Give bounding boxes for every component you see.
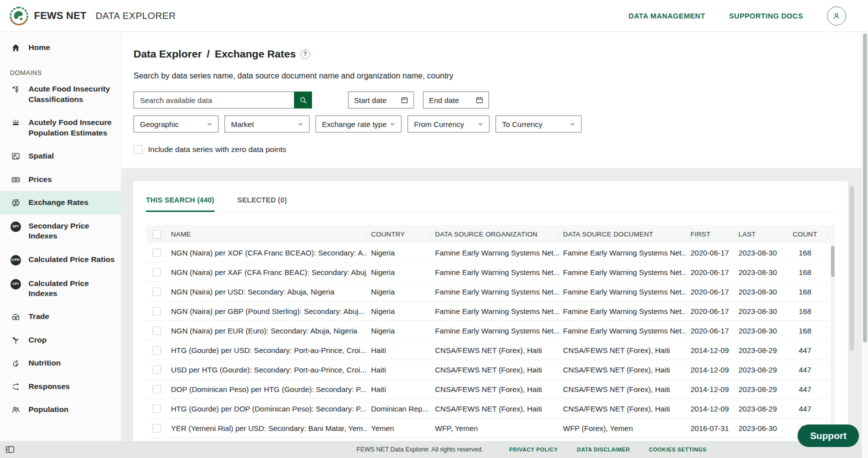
sidebar-collapse-button[interactable] [5, 444, 15, 454]
row-checkbox[interactable] [152, 366, 161, 374]
row-checkbox[interactable] [152, 346, 161, 354]
cell-org: WFP, Yemen [431, 424, 559, 432]
column-header-name[interactable]: NAME [167, 230, 367, 238]
cell-country: Nigeria [367, 307, 431, 316]
sidebar-item-trade[interactable]: Trade [0, 305, 121, 328]
breadcrumb-parent[interactable]: Data Explorer [134, 48, 202, 60]
sidebar-item-prices[interactable]: Prices [0, 168, 121, 191]
column-header-first[interactable]: FIRST [686, 230, 734, 238]
row-checkbox[interactable] [152, 326, 161, 335]
sidebar-item-label: Acutely Food Insecure Population Estimat… [28, 118, 115, 138]
cell-org: CNSA/FEWS NET (Forex), Haiti [431, 346, 559, 354]
cell-country: Nigeria [367, 288, 431, 296]
collapse-panel-icon [5, 444, 15, 454]
window-scrollbar-track [862, 32, 868, 458]
nav-link-supporting-docs[interactable]: SUPPORTING DOCS [729, 12, 803, 20]
sidebar-item-spatial[interactable]: Spatial [0, 144, 121, 168]
sidebar-item-acute-food-insecurity-classifications[interactable]: Acute Food Insecurity Classifications [0, 78, 121, 111]
row-checkbox[interactable] [152, 385, 161, 394]
sidebar-item-label: Spatial [28, 151, 54, 161]
cell-count: 168 [782, 268, 828, 276]
user-icon [832, 11, 842, 21]
sidebar: Home DOMAINS Acute Food Insecurity Class… [0, 32, 122, 441]
filter-dropdown-from-currency[interactable]: From Currency [408, 116, 490, 132]
cell-country: Haiti [367, 346, 431, 354]
row-checkbox[interactable] [152, 424, 161, 432]
pane-scrollbar-thumb[interactable] [850, 186, 854, 351]
tab-label: SELECTED (0) [238, 196, 287, 204]
tab-selected-0[interactable]: SELECTED (0) [238, 196, 287, 212]
search-input[interactable] [134, 92, 294, 108]
select-all-checkbox[interactable] [152, 230, 161, 238]
table-header-row: NAME COUNTRY DATA SOURCE ORGANIZATION DA… [146, 225, 835, 243]
cell-doc: Famine Early Warning Systems Net... [559, 326, 686, 335]
column-header-last[interactable]: LAST [734, 230, 782, 238]
start-date-input[interactable]: Start date [348, 92, 414, 108]
population-estimates-icon [10, 118, 21, 128]
sidebar-item-responses[interactable]: Responses [0, 375, 121, 398]
tab-this-search-440[interactable]: THIS SEARCH (440) [146, 196, 214, 212]
sidebar-item-crop[interactable]: Crop [0, 328, 121, 352]
cell-first: 2014-12-09 [686, 366, 734, 374]
table-scrollbar-thumb[interactable] [831, 246, 834, 277]
row-checkbox[interactable] [152, 288, 161, 296]
header-checkbox-cell [146, 230, 167, 238]
user-account-button[interactable] [827, 6, 846, 26]
row-checkbox[interactable] [152, 248, 161, 257]
search-button[interactable] [294, 92, 312, 108]
sidebar-item-secondary-price-indexes[interactable]: SPI Secondary Price Indexes [0, 214, 121, 248]
sidebar-item-label: Acute Food Insecurity Classifications [28, 84, 115, 104]
column-header-doc[interactable]: DATA SOURCE DOCUMENT [559, 230, 686, 238]
nav-link-data-management[interactable]: DATA MANAGEMENT [628, 12, 705, 20]
sidebar-item-calculated-price-indexes[interactable]: CPI Calculated Price Indexes [0, 272, 121, 306]
cell-name: NGN (Naira) per GBP (Pound Sterling): Se… [167, 307, 367, 316]
window-scrollbar-thumb[interactable] [863, 34, 867, 342]
support-button[interactable]: Support [798, 424, 859, 447]
table-row[interactable]: HTG (Gourde) per USD: Secondary: Port-au… [146, 340, 835, 360]
filter-dropdown-exchange-rate-type[interactable]: Exchange rate type [316, 116, 402, 132]
sidebar-item-acutely-food-insecure-population-estimates[interactable]: Acutely Food Insecure Population Estimat… [0, 111, 121, 144]
cell-country: Dominican Rep... [367, 404, 431, 413]
cell-last: 2023-06-30 [734, 424, 782, 432]
row-checkbox[interactable] [152, 404, 161, 413]
filter-dropdown-to-currency[interactable]: To Currency [496, 116, 582, 132]
cell-name: NGN (Naira) per USD: Secondary: Abuja, N… [167, 288, 367, 296]
filter-dropdown-market[interactable]: Market [224, 116, 310, 132]
row-checkbox[interactable] [152, 268, 161, 276]
column-header-country[interactable]: COUNTRY [367, 230, 431, 238]
sidebar-item-calculated-price-ratios[interactable]: CPR Calculated Price Ratios [0, 248, 121, 272]
sidebar-item-population[interactable]: Population [0, 398, 121, 421]
cpi-badge-icon: CPI [10, 279, 21, 290]
table-row[interactable]: NGN (Naira) per GBP (Pound Sterling): Se… [146, 302, 835, 321]
breadcrumb-separator: / [207, 48, 210, 60]
table-row[interactable]: NGN (Naira) per USD: Secondary: Abuja, N… [146, 282, 835, 302]
footer-link-privacy-policy[interactable]: PRIVACY POLICY [509, 446, 558, 452]
row-checkbox[interactable] [152, 307, 161, 316]
sidebar-item-exchange-rates[interactable]: Exchange Rates [0, 191, 121, 214]
table-scrollbar-track [830, 244, 835, 437]
filter-dropdown-label: Market [231, 120, 254, 128]
table-row[interactable]: DOP (Dominican Peso) per HTG (Gourde): S… [146, 380, 835, 399]
table-row[interactable]: YER (Yemeni Rial) per USD: Secondary: Ba… [146, 418, 835, 438]
table-row[interactable]: NGN (Naira) per XOF (CFA Franc BCEAO): S… [146, 243, 835, 262]
chevron-down-icon [297, 120, 304, 128]
sidebar-item-home[interactable]: Home [0, 36, 121, 59]
table-row[interactable]: NGN (Naira) per XAF (CFA Franc BEAC): Se… [146, 262, 835, 282]
zero-data-checkbox[interactable] [134, 145, 142, 154]
cell-first: 2020-06-17 [686, 326, 734, 335]
table-row[interactable]: USD per HTG (Gourde): Secondary: Port-au… [146, 360, 835, 380]
footer-link-data-disclaimer[interactable]: DATA DISCLAIMER [577, 446, 630, 452]
filter-dropdown-geographic[interactable]: Geographic [134, 116, 218, 132]
fews-net-logo[interactable]: FEWS NET DATA EXPLORER [9, 6, 176, 26]
table-row[interactable]: NGN (Naira) per EUR (Euro): Secondary: A… [146, 321, 835, 340]
column-header-org[interactable]: DATA SOURCE ORGANIZATION [431, 230, 559, 238]
help-icon[interactable]: ? [300, 50, 310, 59]
calendar-icon [476, 96, 484, 104]
footer-link-cookies-settings[interactable]: COOKIES SETTINGS [649, 446, 706, 452]
end-date-input[interactable]: End date [423, 92, 489, 108]
column-header-count[interactable]: COUNT [782, 230, 828, 238]
table-row[interactable]: HTG (Gourde) per DOP (Dominican Peso): S… [146, 399, 835, 418]
sidebar-item-nutrition[interactable]: Nutrition [0, 352, 121, 374]
cell-count: 168 [782, 288, 828, 296]
cell-count: 447 [782, 366, 828, 374]
